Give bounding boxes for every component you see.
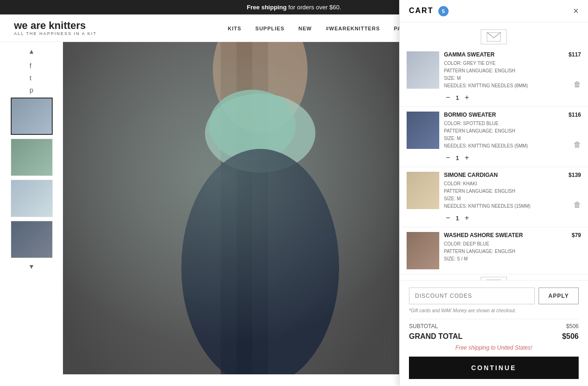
- cart-item-gamma: GAMMA SWEATER COLOR: GREY TIE DYE PATTER…: [400, 47, 588, 107]
- email-svg-top: [487, 32, 501, 42]
- cart-item-price-gamma: $117: [568, 51, 581, 58]
- cart-item-attrs-washed: COLOR: DEEP BLUE PATTERN LANGUAGE: ENGLI…: [444, 240, 567, 263]
- svg-rect-3: [236, 42, 252, 374]
- cart-item-qty-gamma: − 1 +: [444, 93, 564, 102]
- cart-item-right-gamma: $117 🗑: [568, 51, 581, 89]
- discount-input[interactable]: [409, 288, 535, 304]
- subtotal-value: $506: [566, 323, 579, 330]
- cart-item-price-washed: $79: [572, 232, 581, 239]
- cart-title: CART: [409, 7, 433, 14]
- cart-item-img-bormio: [407, 112, 439, 149]
- cart-qty-plus-gamma[interactable]: +: [463, 93, 471, 102]
- cart-item-details-washed: WASHED ASHORE SWEATER COLOR: DEEP BLUE P…: [444, 232, 567, 263]
- cart-item-washed: WASHED ASHORE SWEATER COLOR: DEEP BLUE P…: [400, 227, 588, 274]
- thumbnail-3[interactable]: [11, 180, 53, 217]
- svg-point-6: [209, 90, 296, 161]
- cart-qty-minus-gamma[interactable]: −: [444, 93, 452, 102]
- cart-delete-simone[interactable]: 🗑: [574, 201, 581, 209]
- continue-button[interactable]: CONTINUE: [409, 357, 579, 379]
- apply-button[interactable]: APPLY: [539, 288, 579, 304]
- subtotal-row: SUBTOTAL $506: [409, 319, 579, 330]
- svg-point-5: [205, 94, 316, 173]
- cart-badge: 5: [438, 6, 449, 16]
- twitter-icon[interactable]: t: [30, 74, 34, 82]
- thumb-up-arrow[interactable]: ▲: [28, 47, 36, 56]
- product-photo: [63, 42, 457, 374]
- svg-rect-2: [221, 42, 268, 374]
- svg-rect-0: [63, 42, 457, 374]
- cart-item-name-gamma: GAMMA SWEATER: [444, 51, 564, 58]
- cart-item-price-bormio: $116: [568, 112, 581, 118]
- banner-rest: for orders over $60.: [287, 4, 341, 11]
- cart-item-qty-bormio: − 1 +: [444, 154, 564, 162]
- nav-item-supplies[interactable]: SUPPLIES: [256, 24, 284, 32]
- email-icon-box-bottom[interactable]: [481, 277, 507, 280]
- free-shipping-note: Free shipping to United States!: [409, 344, 579, 351]
- thumbnail-panel: ▲ f t p ▼: [0, 42, 63, 374]
- pinterest-icon[interactable]: p: [30, 86, 34, 94]
- gift-note: *Gift cards and WAK Money are shown at c…: [409, 308, 579, 313]
- logo-sub-text: ALL THE HAPPINESS IN A KIT: [14, 31, 117, 36]
- email-icon-top: [400, 29, 588, 44]
- cart-item-attrs-bormio: COLOR: SPOTTED BLUE PATTERN LANGUAGE: EN…: [444, 120, 564, 150]
- product-image-area: [63, 42, 457, 374]
- cart-item-qty-simone: − 1 +: [444, 214, 564, 222]
- cart-item-price-simone: $139: [568, 172, 581, 178]
- cart-item-img-gamma: [407, 51, 439, 89]
- cart-item-right-bormio: $116 🗑: [568, 112, 581, 149]
- cart-qty-val-bormio: 1: [456, 154, 459, 161]
- cart-item-bormio: BORMIO SWEATER COLOR: SPOTTED BLUE PATTE…: [400, 107, 588, 167]
- cart-qty-minus-bormio[interactable]: −: [444, 154, 452, 162]
- cart-delete-bormio[interactable]: 🗑: [574, 140, 581, 149]
- cart-footer: APPLY *Gift cards and WAK Money are show…: [400, 280, 588, 386]
- logo-main-text: we are knitters: [14, 20, 117, 31]
- subtotal-label: SUBTOTAL: [409, 323, 438, 330]
- discount-row: APPLY: [409, 288, 579, 304]
- cart-item-details-bormio: BORMIO SWEATER COLOR: SPOTTED BLUE PATTE…: [444, 112, 564, 162]
- nav-item-kits[interactable]: KITS: [228, 24, 242, 32]
- cart-item-details-simone: SIMONE CARDIGAN COLOR: KHAKI PATTERN LAN…: [444, 172, 564, 222]
- cart-item-img-simone: [407, 172, 439, 209]
- cart-header: CART 5 ×: [400, 0, 588, 22]
- facebook-icon[interactable]: f: [30, 62, 34, 70]
- email-icon-box-top[interactable]: [481, 29, 507, 44]
- svg-rect-1: [63, 42, 457, 374]
- cart-item-name-simone: SIMONE CARDIGAN: [444, 172, 564, 178]
- cart-close-button[interactable]: ×: [573, 6, 579, 16]
- nav-item-weareknitters[interactable]: #WEAREKNITTERS: [326, 24, 380, 32]
- thumbnail-4[interactable]: [11, 221, 53, 258]
- thumbnail-2[interactable]: [11, 139, 53, 176]
- cart-item-simone: SIMONE CARDIGAN COLOR: KHAKI PATTERN LAN…: [400, 167, 588, 227]
- cart-items-list: GAMMA SWEATER COLOR: GREY TIE DYE PATTER…: [400, 22, 588, 280]
- grand-total-value: $506: [562, 332, 579, 341]
- cart-title-area: CART 5: [409, 6, 449, 16]
- cart-item-details-gamma: GAMMA SWEATER COLOR: GREY TIE DYE PATTER…: [444, 51, 564, 102]
- logo[interactable]: we are knitters ALL THE HAPPINESS IN A K…: [14, 20, 117, 36]
- cart-item-attrs-gamma: COLOR: GREY TIE DYE PATTERN LANGUAGE: EN…: [444, 60, 564, 90]
- thumb-down-arrow[interactable]: ▼: [28, 262, 36, 271]
- cart-item-right-simone: $139 🗑: [568, 172, 581, 209]
- cart-qty-val-gamma: 1: [456, 94, 459, 101]
- svg-point-7: [181, 149, 339, 374]
- cart-item-right-washed: $79: [572, 232, 581, 269]
- cart-item-name-bormio: BORMIO SWEATER: [444, 112, 564, 118]
- email-icon-bottom: [400, 277, 588, 280]
- cart-qty-plus-simone[interactable]: +: [463, 214, 471, 222]
- social-icons: f t p: [30, 62, 34, 94]
- cart-item-attrs-simone: COLOR: KHAKI PATTERN LANGUAGE: ENGLISH S…: [444, 180, 564, 210]
- cart-qty-minus-simone[interactable]: −: [444, 214, 452, 222]
- thumbnail-1[interactable]: [11, 98, 53, 135]
- cart-qty-val-simone: 1: [456, 215, 459, 222]
- cart-qty-plus-bormio[interactable]: +: [463, 154, 471, 162]
- grand-total-label: GRAND TOTAL: [409, 332, 463, 341]
- banner-bold: Free shipping: [247, 4, 286, 11]
- cart-delete-gamma[interactable]: 🗑: [574, 80, 581, 89]
- cart-panel: CART 5 × GAMMA SWEATER COLOR: GREY TIE D: [399, 0, 588, 386]
- product-illustration: [63, 42, 457, 374]
- cart-item-name-washed: WASHED ASHORE SWEATER: [444, 232, 567, 239]
- cart-item-img-washed: [407, 232, 439, 269]
- svg-point-4: [213, 42, 307, 133]
- nav-item-new[interactable]: NEW: [298, 24, 312, 32]
- grand-total-row: GRAND TOTAL $506: [409, 332, 579, 341]
